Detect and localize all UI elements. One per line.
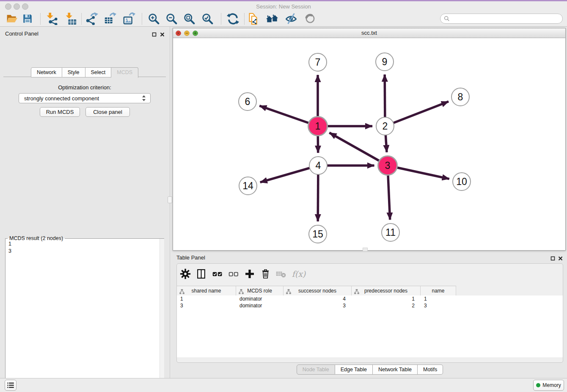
select-all-rows-icon[interactable] — [212, 268, 223, 280]
result-scrollbar[interactable] — [160, 239, 164, 392]
result-line: 3 — [8, 248, 11, 255]
node-6[interactable]: 6 — [239, 93, 256, 110]
column-header-mcds-role[interactable]: MCDS role — [236, 286, 284, 295]
node-2[interactable]: 2 — [376, 117, 394, 135]
node-14[interactable]: 14 — [239, 177, 257, 195]
mcds-result-box[interactable] — [5, 238, 164, 392]
maximize-network-button[interactable] — [193, 30, 198, 38]
cell-mcds-role[interactable]: dominator — [236, 295, 284, 302]
close-panel-icon[interactable] — [160, 31, 165, 39]
minimize-network-button[interactable] — [184, 30, 190, 38]
refresh-layout-icon[interactable] — [226, 12, 239, 25]
tab-style[interactable]: Style — [62, 67, 85, 77]
show-columns-icon[interactable] — [195, 268, 207, 280]
deselect-all-rows-icon[interactable] — [228, 268, 239, 280]
zoom-window-button[interactable] — [22, 3, 28, 10]
node-1[interactable]: 1 — [308, 117, 328, 136]
clone-network-icon[interactable] — [247, 12, 259, 25]
control-panel: Control Panel NetworkStyleSelectMCDS Opt… — [0, 26, 169, 378]
node-9[interactable]: 9 — [376, 53, 394, 71]
close-network-button[interactable] — [176, 30, 181, 38]
open-session-icon[interactable] — [6, 12, 18, 25]
import-network-icon[interactable] — [45, 12, 58, 25]
export-network-icon[interactable] — [85, 12, 98, 25]
cell-successor-nodes[interactable]: 3 — [284, 302, 352, 309]
export-table-icon[interactable] — [104, 12, 116, 25]
tab-edge-table[interactable]: Edge Table — [335, 364, 373, 375]
cell-shared-name[interactable]: 3 — [177, 302, 236, 309]
zoom-fit-icon[interactable] — [183, 12, 195, 25]
toolbar-separator — [221, 13, 221, 25]
zoom-in-icon[interactable] — [147, 12, 160, 25]
table-panel: Table Panel f(x) shared nameMCDS r — [173, 252, 567, 378]
node-7[interactable]: 7 — [309, 53, 327, 71]
toolbar-separator — [81, 13, 82, 25]
tab-network[interactable]: Network — [31, 67, 62, 77]
node-4[interactable]: 4 — [309, 157, 327, 174]
search-input[interactable] — [440, 14, 563, 24]
window-titlebar: Session: New Session — [0, 1, 567, 12]
show-all-icon[interactable] — [304, 12, 317, 25]
node-11[interactable]: 11 — [382, 224, 399, 241]
column-header-shared-name[interactable]: shared name — [177, 286, 236, 295]
column-grip-icon — [179, 288, 184, 296]
tab-select[interactable]: Select — [85, 67, 112, 77]
cell-shared-name[interactable]: 1 — [177, 295, 236, 302]
network-canvas[interactable]: 1234678910111415 — [173, 38, 565, 249]
zoom-out-icon[interactable] — [165, 12, 178, 25]
close-panel-button[interactable]: Close panel — [85, 107, 130, 117]
cell-mcds-role[interactable]: dominator — [236, 302, 284, 309]
toolbar-separator — [40, 13, 41, 25]
tab-network-table[interactable]: Network Table — [373, 364, 418, 375]
mcds-result-title: MCDS result (2 nodes) — [8, 235, 65, 241]
float-table-panel-icon[interactable] — [550, 255, 555, 262]
splitter-grip[interactable] — [168, 196, 172, 203]
network-window-titlebar: scc.txt — [173, 28, 565, 38]
cell-successor-nodes[interactable]: 4 — [284, 295, 352, 302]
close-table-panel-icon[interactable] — [558, 255, 563, 262]
import-table-icon[interactable] — [64, 12, 77, 25]
first-neighbors-icon[interactable] — [266, 12, 278, 25]
cell-predecessor-nodes[interactable]: 2 — [352, 302, 421, 309]
control-panel-title: Control Panel — [5, 30, 39, 37]
memory-button[interactable]: Memory — [533, 380, 564, 391]
close-window-button[interactable] — [5, 3, 11, 10]
table-row-1[interactable]: 1dominator411 — [177, 295, 563, 302]
cell-name[interactable]: 3 — [421, 302, 456, 309]
network-window-grip[interactable] — [363, 248, 368, 251]
save-session-icon[interactable] — [21, 12, 34, 25]
node-3[interactable]: 3 — [378, 156, 397, 175]
zoom-selected-icon[interactable] — [201, 12, 214, 25]
column-header-predecessor-nodes[interactable]: predecessor nodes — [352, 286, 421, 295]
column-header-successor-nodes[interactable]: successor nodes — [284, 286, 352, 295]
svg-text:6: 6 — [245, 96, 250, 107]
table-header: shared nameMCDS rolesuccessor nodesprede… — [177, 286, 456, 296]
node-10[interactable]: 10 — [453, 173, 471, 190]
toolbar-separator — [142, 13, 142, 25]
main-toolbar — [0, 12, 567, 27]
task-history-button[interactable] — [5, 380, 17, 391]
tab-mcds[interactable]: MCDS — [111, 67, 138, 78]
add-column-icon[interactable] — [244, 268, 256, 280]
delete-columns-icon[interactable] — [259, 268, 271, 280]
tab-node-table[interactable]: Node Table — [297, 364, 335, 375]
node-8[interactable]: 8 — [451, 88, 469, 106]
minimize-window-button[interactable] — [14, 3, 20, 10]
node-15[interactable]: 15 — [309, 225, 327, 243]
svg-text:2: 2 — [383, 121, 388, 132]
optimization-dropdown[interactable]: strongly connected component — [19, 93, 151, 103]
hide-selected-icon[interactable] — [285, 12, 297, 25]
tab-motifs[interactable]: Motifs — [418, 364, 443, 375]
table-row-2[interactable]: 3dominator323 — [177, 302, 563, 309]
float-panel-icon[interactable] — [152, 31, 157, 39]
svg-text:4: 4 — [316, 160, 321, 171]
column-header-name[interactable]: name — [421, 286, 456, 295]
export-image-icon[interactable] — [123, 12, 135, 25]
cell-name[interactable]: 1 — [421, 295, 456, 302]
table-settings-icon[interactable] — [179, 268, 191, 280]
column-label: successor nodes — [284, 288, 351, 294]
run-mcds-button[interactable]: Run MCDS — [40, 107, 80, 117]
cell-predecessor-nodes[interactable]: 1 — [352, 295, 421, 302]
svg-text:11: 11 — [385, 227, 396, 238]
edge-2-8[interactable] — [385, 102, 449, 126]
